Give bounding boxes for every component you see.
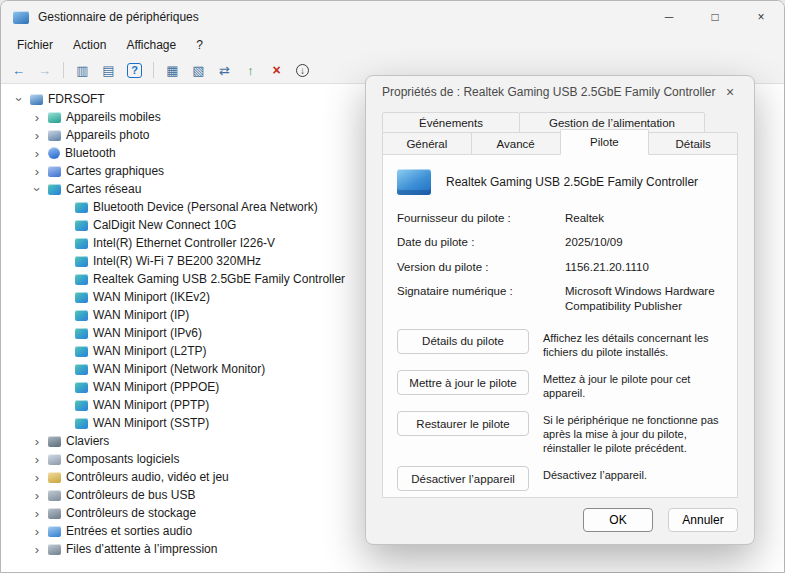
chevron-right-icon[interactable] — [31, 543, 43, 556]
tab-evenements[interactable]: Événements — [382, 112, 520, 133]
driver-action-row: Détails du pilote Affichez les détails c… — [397, 329, 727, 359]
toolbar-glyph: → — [38, 63, 51, 78]
tree-item-label: Appareils mobiles — [66, 110, 161, 124]
forward-icon[interactable]: → — [35, 61, 54, 80]
tree-item-label: Contrôleurs de bus USB — [66, 488, 195, 502]
action-description: Affichez les détails concernant les fich… — [543, 329, 727, 359]
tab-general[interactable]: Général — [382, 132, 472, 155]
tree-item-label: Contrôleurs audio, vidéo et jeu — [66, 470, 229, 484]
tree-item-label: Appareils photo — [66, 128, 149, 142]
chevron-right-icon[interactable] — [31, 165, 43, 178]
field-value: 1156.21.20.1110 — [565, 260, 727, 274]
menubar: FichierActionAffichage? — [1, 33, 784, 57]
chevron-right-icon[interactable] — [31, 507, 43, 520]
properties-dialog: Propriétés de : Realtek Gaming USB 2.5Gb… — [365, 75, 755, 545]
window-title: Gestionnaire de périphériques — [38, 10, 199, 24]
toolbar-glyph: ▦ — [166, 63, 178, 78]
toolbar-separator — [153, 62, 154, 78]
field-value: Realtek — [565, 211, 727, 225]
software-component-icon — [48, 454, 61, 465]
export-list-icon[interactable]: ▧ — [189, 61, 208, 80]
tree-item-label: FDRSOFT — [48, 92, 105, 106]
tree-item-label: WAN Miniport (SSTP) — [93, 416, 209, 430]
window-controls: ─ □ × — [646, 1, 784, 33]
network-adapter-icon — [75, 382, 88, 393]
driver-actions: Détails du pilote Affichez les détails c… — [397, 329, 727, 498]
tab-details[interactable]: Détails — [648, 132, 738, 155]
dialog-footer: OK Annuler — [366, 498, 754, 544]
cancel-button[interactable]: Annuler — [668, 508, 738, 532]
network-adapter-icon — [75, 292, 88, 303]
uninstall-device-icon[interactable]: × — [267, 61, 286, 80]
disable-device-icon[interactable]: ↓ — [293, 61, 312, 80]
driver-action-row: Mettre à jour le pilote Mettez à jour le… — [397, 370, 727, 400]
menu-fichier[interactable]: Fichier — [7, 38, 63, 52]
device-manager-icon — [13, 11, 29, 24]
network-adapter-icon — [75, 238, 88, 249]
tab-label: Détails — [676, 138, 711, 150]
ok-button[interactable]: OK — [583, 508, 653, 532]
chevron-right-icon[interactable] — [31, 489, 43, 502]
chevron-right-icon[interactable] — [31, 435, 43, 448]
driver-details-button[interactable]: Détails du pilote — [397, 329, 529, 354]
driver-action-row: Restaurer le pilote Si le périphérique n… — [397, 411, 727, 455]
tree-item-label: Realtek Gaming USB 2.5GbE Family Control… — [93, 272, 345, 286]
dialog-tabs: ÉvénementsGestion de l’alimentation Géné… — [366, 108, 754, 155]
network-adapter-icon — [75, 256, 88, 267]
maximize-button[interactable]: □ — [692, 1, 738, 33]
chevron-right-icon[interactable] — [31, 453, 43, 466]
network-adapter-icon — [75, 274, 88, 285]
action-description: Si le périphérique ne fonctionne pas apr… — [543, 411, 727, 455]
dialog-titlebar: Propriétés de : Realtek Gaming USB 2.5Gb… — [366, 76, 754, 108]
tree-item-label: Intel(R) Wi-Fi 7 BE200 320MHz — [93, 254, 261, 268]
tab-label: Pilote — [590, 136, 619, 148]
tree-item-label: Composants logiciels — [66, 452, 179, 466]
network-adapter-icon — [75, 364, 88, 375]
update-driver-icon[interactable]: ↑ — [241, 61, 260, 80]
tab-pilote[interactable]: Pilote — [560, 129, 650, 155]
network-adapter-icon — [75, 202, 88, 213]
disable-device-button[interactable]: Désactiver l’appareil — [397, 466, 529, 491]
chevron-right-icon[interactable] — [31, 111, 43, 124]
driver-fields: Fournisseur du pilote : Realtek Date du … — [397, 211, 727, 313]
toolbar-glyph: ▤ — [102, 63, 114, 78]
driver-field-row: Signataire numérique : Microsoft Windows… — [397, 284, 727, 313]
toolbar-glyph: ↑ — [247, 63, 254, 78]
chevron-right-icon[interactable] — [31, 147, 43, 160]
toolbar-separator — [63, 62, 64, 78]
minimize-button[interactable]: ─ — [646, 1, 692, 33]
chevron-right-icon[interactable] — [31, 525, 43, 538]
driver-tab-panel: Realtek Gaming USB 2.5GbE Family Control… — [382, 154, 738, 498]
chevron-right-icon[interactable] — [31, 129, 43, 142]
bluetooth-icon — [48, 147, 60, 159]
chevron-right-icon[interactable] — [31, 471, 43, 484]
properties-icon[interactable]: ▤ — [99, 61, 118, 80]
devices-view-icon[interactable]: ▦ — [163, 61, 182, 80]
menu-action[interactable]: Action — [63, 38, 116, 52]
roll-back-driver-button[interactable]: Restaurer le pilote — [397, 411, 529, 436]
tree-item-label: WAN Miniport (IKEv2) — [93, 290, 210, 304]
driver-field-row: Fournisseur du pilote : Realtek — [397, 211, 727, 225]
tree-item-label: Cartes graphiques — [66, 164, 164, 178]
audio-io-icon — [48, 526, 61, 537]
tab-avance[interactable]: Avancé — [471, 132, 561, 155]
chevron-down-icon[interactable] — [13, 93, 25, 106]
menu-help[interactable]: ? — [186, 38, 213, 52]
update-driver-button[interactable]: Mettre à jour le pilote — [397, 370, 529, 395]
show-console-tree-icon[interactable]: ▥ — [73, 61, 92, 80]
close-button[interactable]: × — [738, 1, 784, 33]
tree-item-label: CalDigit New Connect 10G — [93, 218, 236, 232]
tree-item-label: Bluetooth Device (Personal Area Network) — [93, 200, 318, 214]
device-header: Realtek Gaming USB 2.5GbE Family Control… — [397, 169, 727, 195]
dialog-close-button[interactable]: × — [716, 80, 744, 104]
tree-item-label: WAN Miniport (IPv6) — [93, 326, 202, 340]
menu-affichage[interactable]: Affichage — [116, 38, 186, 52]
help-icon[interactable]: ? — [125, 61, 144, 80]
chevron-down-icon[interactable] — [31, 183, 43, 196]
scan-hardware-changes-icon[interactable]: ⇄ — [215, 61, 234, 80]
network-adapter-icon — [75, 346, 88, 357]
tree-item-label: Claviers — [66, 434, 109, 448]
menu-item-label: Fichier — [17, 38, 53, 52]
back-icon[interactable]: ← — [9, 61, 28, 80]
tree-item-label: Intel(R) Ethernet Controller I226-V — [93, 236, 275, 250]
